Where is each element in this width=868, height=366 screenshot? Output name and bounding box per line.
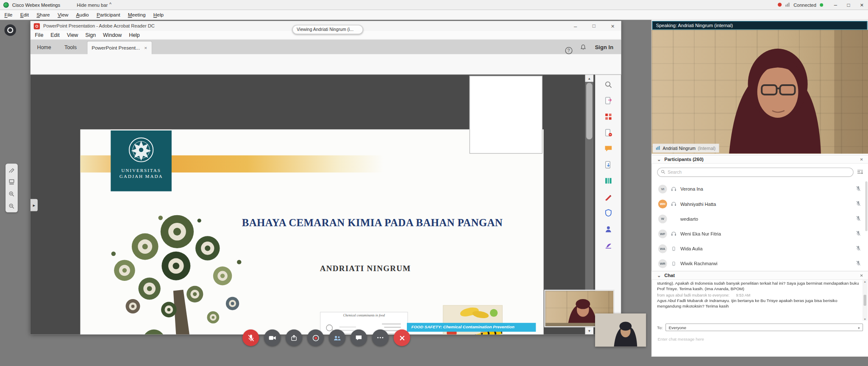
- participant-name: Wahniyathi Hatta: [680, 201, 716, 206]
- create-pdf-icon[interactable]: [602, 111, 615, 123]
- sign-in-button[interactable]: Sign In: [595, 44, 614, 50]
- participant-row[interactable]: WF Weni Eka Nur Fitria: [651, 226, 868, 241]
- sort-participants-icon[interactable]: [857, 169, 863, 175]
- tab-document[interactable]: PowerPoint Present... ×: [86, 41, 152, 54]
- participants-scrollbar-thumb[interactable]: [865, 181, 867, 231]
- chat-message-input[interactable]: [654, 334, 865, 344]
- mobile-device-icon: [670, 261, 677, 266]
- acrobat-tabbar: Home Tools PowerPoint Present... × ? Sig…: [31, 40, 621, 54]
- participant-row[interactable]: WH Wahniyathi Hatta: [651, 196, 868, 211]
- chat-messages: stunting). Apakah di Indonesia sudah ban…: [651, 280, 862, 321]
- hide-menu-bar-button[interactable]: Hide menu bar ^: [77, 2, 111, 8]
- menu-participant[interactable]: Participant: [97, 12, 120, 17]
- menu-view[interactable]: View: [58, 12, 68, 17]
- acrobat-minimize-button[interactable]: –: [574, 23, 577, 29]
- zoom-in-icon[interactable]: [9, 191, 14, 197]
- record-button[interactable]: [307, 330, 324, 346]
- pip-video-self[interactable]: [595, 313, 646, 347]
- redact-pen-icon[interactable]: [602, 191, 615, 203]
- participant-name: Wiwik Rachmarwi: [680, 261, 718, 266]
- participants-close-icon[interactable]: ×: [860, 156, 863, 162]
- webex-logo-icon: [3, 2, 9, 8]
- search-box[interactable]: [657, 167, 854, 177]
- chat-button[interactable]: [351, 330, 367, 346]
- ugm-name-line1: UNIVERSITAS: [121, 167, 161, 173]
- webex-titlebar: Cisco Webex Meetings Hide menu bar ^ Con…: [0, 0, 868, 10]
- muted-mic-icon[interactable]: [856, 186, 861, 192]
- share-screen-button[interactable]: [286, 330, 302, 346]
- edit-pdf-icon[interactable]: [602, 127, 615, 139]
- avatar: WH: [658, 200, 667, 208]
- recipient-select[interactable]: Everyone ▾: [665, 324, 863, 331]
- participants-button[interactable]: [329, 330, 345, 346]
- participant-row[interactable]: W wediarto: [651, 211, 868, 226]
- chevron-down-icon: ⌄: [657, 156, 661, 162]
- tab-close-icon[interactable]: ×: [144, 45, 147, 50]
- scrollbar-thumb[interactable]: [586, 83, 592, 139]
- muted-mic-icon[interactable]: [856, 201, 861, 207]
- menu-edit[interactable]: Edit: [20, 12, 29, 17]
- chat-scrollbar[interactable]: ▲ ▼: [862, 280, 868, 321]
- acrobat-app-icon: [34, 23, 40, 29]
- close-button[interactable]: ×: [860, 1, 863, 8]
- mute-button[interactable]: [242, 330, 259, 346]
- chat-header[interactable]: ⌄ Chat ×: [651, 271, 868, 280]
- minimize-button[interactable]: –: [834, 2, 837, 8]
- export-pdf-icon[interactable]: [602, 94, 615, 107]
- thumbnails-icon[interactable]: [9, 179, 14, 185]
- webex-session-button[interactable]: [4, 24, 16, 36]
- participant-name: Verona Ina: [680, 186, 703, 191]
- muted-mic-icon[interactable]: [856, 246, 861, 252]
- chat-scrollbar-thumb[interactable]: [864, 295, 867, 306]
- leave-meeting-button[interactable]: [394, 330, 410, 346]
- scrollbar-down-arrow[interactable]: ▼: [585, 327, 594, 335]
- muted-mic-icon[interactable]: [856, 216, 861, 222]
- protect-pdf-icon[interactable]: [602, 207, 615, 219]
- maximize-button[interactable]: □: [847, 2, 850, 8]
- chat-scroll-up-icon[interactable]: ▲: [864, 280, 866, 283]
- acrobat-menu-help[interactable]: Help: [129, 32, 140, 38]
- organize-pages-icon[interactable]: [602, 175, 615, 187]
- nav-pane-expand-arrow[interactable]: ►: [31, 199, 38, 211]
- participants-search-row: [651, 165, 868, 179]
- help-icon[interactable]: ?: [565, 47, 572, 54]
- acrobat-menu-view[interactable]: View: [67, 32, 78, 38]
- acrobat-menu-window[interactable]: Window: [103, 32, 122, 38]
- camera-button[interactable]: [264, 330, 281, 346]
- menu-help[interactable]: Help: [153, 12, 164, 17]
- search-tools-icon[interactable]: [602, 78, 615, 91]
- notifications-bell-icon[interactable]: [580, 44, 586, 50]
- participant-row[interactable]: WR Wiwik Rachmarwi: [651, 256, 868, 271]
- ugm-logo: [126, 135, 156, 164]
- annotate-icon[interactable]: [9, 167, 14, 172]
- acrobat-menu-file[interactable]: File: [35, 32, 43, 38]
- participant-row[interactable]: WA Wida Aulia: [651, 241, 868, 256]
- participant-search-input[interactable]: [668, 169, 850, 175]
- speaking-audio-icon: [656, 146, 660, 150]
- floating-panel: [470, 76, 542, 154]
- zoom-out-icon[interactable]: [9, 203, 14, 209]
- comment-tool-icon[interactable]: [602, 143, 615, 155]
- scrollbar-up-arrow[interactable]: ▲: [585, 75, 594, 82]
- acrobat-maximize-button[interactable]: □: [593, 23, 595, 29]
- menu-share[interactable]: Share: [36, 12, 50, 17]
- participants-header[interactable]: ⌄ Participants (260) ×: [651, 155, 868, 164]
- chat-close-icon[interactable]: ×: [860, 272, 863, 278]
- acrobat-menu-sign[interactable]: Sign: [85, 32, 96, 38]
- fill-sign-icon[interactable]: [602, 239, 615, 251]
- participant-row[interactable]: VI Verona Ina: [651, 181, 868, 196]
- muted-mic-icon[interactable]: [856, 261, 861, 266]
- menu-audio[interactable]: Audio: [76, 12, 89, 17]
- acrobat-menu-edit[interactable]: Edit: [50, 32, 59, 38]
- webex-side-panel: Speaking: Andriati Ningrum (internal) An…: [651, 20, 868, 357]
- muted-mic-icon[interactable]: [856, 231, 861, 237]
- combine-files-icon[interactable]: [602, 159, 615, 171]
- acrobat-close-button[interactable]: ×: [611, 23, 614, 30]
- menu-file[interactable]: File: [4, 12, 12, 17]
- chat-scroll-down-icon[interactable]: ▼: [864, 317, 866, 321]
- more-options-button[interactable]: [372, 330, 389, 346]
- menu-meeting[interactable]: Meeting: [128, 12, 146, 17]
- tab-home[interactable]: Home: [31, 41, 58, 54]
- tab-tools[interactable]: Tools: [58, 41, 83, 54]
- certificates-icon[interactable]: [602, 223, 615, 235]
